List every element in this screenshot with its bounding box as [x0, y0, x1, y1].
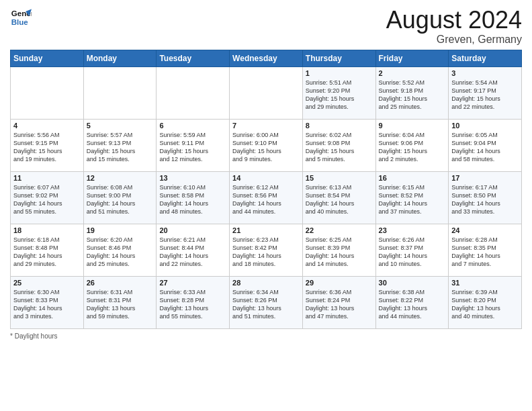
day-number: 6 — [159, 122, 226, 130]
day-info: Sunrise: 6:10 AM Sunset: 8:58 PM Dayligh… — [159, 183, 226, 216]
day-info: Sunrise: 5:57 AM Sunset: 9:13 PM Dayligh… — [87, 131, 154, 164]
day-number: 24 — [451, 226, 519, 234]
day-info: Sunrise: 6:36 AM Sunset: 8:24 PM Dayligh… — [306, 288, 373, 321]
day-info: Sunrise: 6:23 AM Sunset: 8:42 PM Dayligh… — [232, 236, 300, 269]
week-row-2: 4Sunrise: 5:56 AM Sunset: 9:15 PM Daylig… — [11, 119, 522, 171]
day-number: 17 — [451, 174, 519, 182]
day-info: Sunrise: 6:33 AM Sunset: 8:28 PM Dayligh… — [159, 288, 226, 321]
day-cell: 20Sunrise: 6:21 AM Sunset: 8:44 PM Dayli… — [157, 224, 230, 276]
day-cell: 30Sunrise: 6:38 AM Sunset: 8:22 PM Dayli… — [375, 276, 449, 328]
day-number: 9 — [379, 122, 446, 130]
day-info: Sunrise: 6:08 AM Sunset: 9:00 PM Dayligh… — [87, 183, 154, 216]
day-info: Sunrise: 5:59 AM Sunset: 9:11 PM Dayligh… — [159, 131, 226, 164]
day-cell: 3Sunrise: 5:54 AM Sunset: 9:17 PM Daylig… — [449, 66, 522, 119]
header-cell-friday: Friday — [375, 50, 449, 66]
day-cell: 29Sunrise: 6:36 AM Sunset: 8:24 PM Dayli… — [302, 276, 375, 328]
day-cell: 13Sunrise: 6:10 AM Sunset: 8:58 PM Dayli… — [157, 171, 230, 224]
logo: General Blue — [10, 7, 32, 28]
week-row-4: 18Sunrise: 6:18 AM Sunset: 8:48 PM Dayli… — [11, 224, 522, 276]
header-cell-saturday: Saturday — [449, 50, 522, 66]
day-number: 3 — [451, 69, 519, 77]
day-info: Sunrise: 6:07 AM Sunset: 9:02 PM Dayligh… — [13, 183, 81, 216]
header-cell-sunday: Sunday — [11, 50, 84, 66]
header: General Blue August 2024 Greven, Germany — [10, 7, 522, 46]
day-cell: 22Sunrise: 6:25 AM Sunset: 8:39 PM Dayli… — [302, 224, 375, 276]
day-number: 21 — [232, 226, 300, 234]
day-cell: 1Sunrise: 5:51 AM Sunset: 9:20 PM Daylig… — [302, 66, 375, 119]
day-cell: 2Sunrise: 5:52 AM Sunset: 9:18 PM Daylig… — [375, 66, 449, 119]
day-info: Sunrise: 5:52 AM Sunset: 9:18 PM Dayligh… — [379, 79, 446, 111]
day-info: Sunrise: 5:54 AM Sunset: 9:17 PM Dayligh… — [451, 79, 519, 111]
day-number: 18 — [13, 226, 81, 234]
header-cell-monday: Monday — [83, 50, 157, 66]
day-cell — [230, 66, 303, 119]
day-cell: 28Sunrise: 6:34 AM Sunset: 8:26 PM Dayli… — [230, 276, 303, 328]
location: Greven, Germany — [386, 34, 522, 46]
day-info: Sunrise: 6:05 AM Sunset: 9:04 PM Dayligh… — [451, 131, 519, 164]
calendar-table: SundayMondayTuesdayWednesdayThursdayFrid… — [10, 50, 522, 329]
header-row: SundayMondayTuesdayWednesdayThursdayFrid… — [11, 50, 522, 66]
day-cell: 12Sunrise: 6:08 AM Sunset: 9:00 PM Dayli… — [83, 171, 157, 224]
day-info: Sunrise: 6:26 AM Sunset: 8:37 PM Dayligh… — [379, 236, 446, 269]
day-number: 26 — [87, 279, 154, 287]
title-block: August 2024 Greven, Germany — [386, 7, 522, 46]
day-cell: 16Sunrise: 6:15 AM Sunset: 8:52 PM Dayli… — [375, 171, 449, 224]
day-cell: 31Sunrise: 6:39 AM Sunset: 8:20 PM Dayli… — [449, 276, 522, 328]
day-number: 25 — [13, 279, 81, 287]
day-cell: 18Sunrise: 6:18 AM Sunset: 8:48 PM Dayli… — [11, 224, 84, 276]
day-info: Sunrise: 6:13 AM Sunset: 8:54 PM Dayligh… — [306, 183, 373, 216]
week-row-1: 1Sunrise: 5:51 AM Sunset: 9:20 PM Daylig… — [11, 66, 522, 119]
header-cell-thursday: Thursday — [302, 50, 375, 66]
day-cell: 25Sunrise: 6:30 AM Sunset: 8:33 PM Dayli… — [11, 276, 84, 328]
day-cell: 11Sunrise: 6:07 AM Sunset: 9:02 PM Dayli… — [11, 171, 84, 224]
logo-icon: General Blue — [10, 7, 32, 28]
day-number: 14 — [232, 174, 300, 182]
day-cell: 10Sunrise: 6:05 AM Sunset: 9:04 PM Dayli… — [449, 119, 522, 171]
day-cell: 19Sunrise: 6:20 AM Sunset: 8:46 PM Dayli… — [83, 224, 157, 276]
day-cell: 7Sunrise: 6:00 AM Sunset: 9:10 PM Daylig… — [230, 119, 303, 171]
day-cell: 8Sunrise: 6:02 AM Sunset: 9:08 PM Daylig… — [302, 119, 375, 171]
day-cell: 9Sunrise: 6:04 AM Sunset: 9:06 PM Daylig… — [375, 119, 449, 171]
month-title: August 2024 — [386, 7, 522, 34]
day-info: Sunrise: 6:28 AM Sunset: 8:35 PM Dayligh… — [451, 236, 519, 269]
day-number: 23 — [379, 226, 446, 234]
day-cell: 4Sunrise: 5:56 AM Sunset: 9:15 PM Daylig… — [11, 119, 84, 171]
day-info: Sunrise: 6:34 AM Sunset: 8:26 PM Dayligh… — [232, 288, 300, 321]
day-number: 28 — [232, 279, 300, 287]
day-info: Sunrise: 6:38 AM Sunset: 8:22 PM Dayligh… — [379, 288, 446, 321]
day-cell — [83, 66, 157, 119]
day-cell — [11, 66, 84, 119]
day-number: 5 — [87, 122, 154, 130]
day-info: Sunrise: 6:25 AM Sunset: 8:39 PM Dayligh… — [306, 236, 373, 269]
day-cell: 26Sunrise: 6:31 AM Sunset: 8:31 PM Dayli… — [83, 276, 157, 328]
day-cell: 17Sunrise: 6:17 AM Sunset: 8:50 PM Dayli… — [449, 171, 522, 224]
day-number: 10 — [451, 122, 519, 130]
day-info: Sunrise: 6:17 AM Sunset: 8:50 PM Dayligh… — [451, 183, 519, 216]
day-cell — [157, 66, 230, 119]
day-info: Sunrise: 6:00 AM Sunset: 9:10 PM Dayligh… — [232, 131, 300, 164]
day-number: 31 — [451, 279, 519, 287]
day-info: Sunrise: 6:31 AM Sunset: 8:31 PM Dayligh… — [87, 288, 154, 321]
day-info: Sunrise: 6:12 AM Sunset: 8:56 PM Dayligh… — [232, 183, 300, 216]
day-number: 4 — [13, 122, 81, 130]
day-cell: 5Sunrise: 5:57 AM Sunset: 9:13 PM Daylig… — [83, 119, 157, 171]
day-number: 20 — [159, 226, 226, 234]
day-info: Sunrise: 5:51 AM Sunset: 9:20 PM Dayligh… — [306, 79, 373, 111]
day-number: 19 — [87, 226, 154, 234]
day-number: 1 — [306, 69, 373, 77]
header-cell-tuesday: Tuesday — [157, 50, 230, 66]
page: General Blue August 2024 Greven, Germany… — [0, 0, 532, 411]
day-cell: 27Sunrise: 6:33 AM Sunset: 8:28 PM Dayli… — [157, 276, 230, 328]
week-row-3: 11Sunrise: 6:07 AM Sunset: 9:02 PM Dayli… — [11, 171, 522, 224]
week-row-5: 25Sunrise: 6:30 AM Sunset: 8:33 PM Dayli… — [11, 276, 522, 328]
day-cell: 14Sunrise: 6:12 AM Sunset: 8:56 PM Dayli… — [230, 171, 303, 224]
day-number: 7 — [232, 122, 300, 130]
day-info: Sunrise: 6:21 AM Sunset: 8:44 PM Dayligh… — [159, 236, 226, 269]
day-cell: 21Sunrise: 6:23 AM Sunset: 8:42 PM Dayli… — [230, 224, 303, 276]
day-info: Sunrise: 6:15 AM Sunset: 8:52 PM Dayligh… — [379, 183, 446, 216]
day-info: Sunrise: 6:39 AM Sunset: 8:20 PM Dayligh… — [451, 288, 519, 321]
day-info: Sunrise: 6:20 AM Sunset: 8:46 PM Dayligh… — [87, 236, 154, 269]
day-number: 11 — [13, 174, 81, 182]
day-number: 13 — [159, 174, 226, 182]
day-cell: 24Sunrise: 6:28 AM Sunset: 8:35 PM Dayli… — [449, 224, 522, 276]
